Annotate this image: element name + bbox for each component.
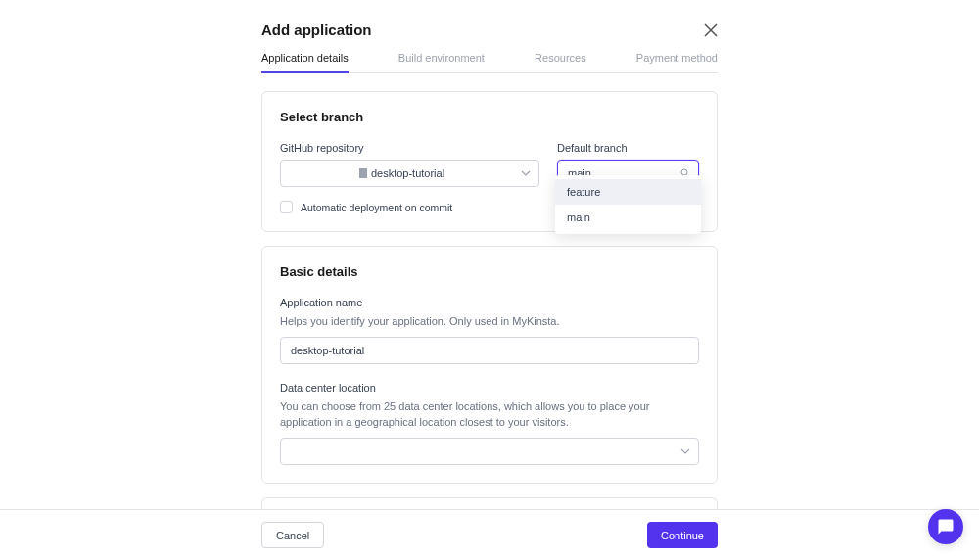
github-repo-value: desktop-tutorial: [371, 167, 444, 179]
github-repo-label: GitHub repository: [280, 142, 539, 154]
tab-build-environment[interactable]: Build environment: [398, 52, 485, 72]
datacenter-select[interactable]: [280, 438, 699, 465]
select-branch-title: Select branch: [280, 110, 699, 124]
chat-icon: [937, 518, 955, 536]
branch-option-main[interactable]: main: [555, 205, 701, 230]
close-icon[interactable]: [704, 23, 718, 37]
repo-icon: [359, 168, 367, 178]
datacenter-label: Data center location: [280, 382, 699, 394]
tabs: Application details Build environment Re…: [261, 52, 718, 73]
app-name-help: Helps you identify your application. Onl…: [280, 314, 699, 329]
tab-application-details[interactable]: Application details: [261, 52, 349, 73]
github-repo-select[interactable]: desktop-tutorial: [280, 160, 539, 187]
chevron-down-icon: [680, 446, 690, 456]
app-name-label: Application name: [280, 297, 699, 308]
chat-widget-button[interactable]: [928, 509, 963, 544]
auto-deploy-checkbox[interactable]: [280, 201, 293, 213]
tab-resources[interactable]: Resources: [535, 52, 586, 72]
footer: Cancel Continue: [0, 509, 979, 560]
chevron-down-icon: [521, 168, 531, 178]
continue-button[interactable]: Continue: [647, 522, 718, 548]
default-branch-label: Default branch: [557, 142, 699, 154]
branch-dropdown: feature main: [555, 175, 701, 234]
basic-details-card: Basic details Application name Helps you…: [261, 246, 718, 484]
select-branch-card: Select branch GitHub repository desktop-…: [261, 91, 718, 232]
app-name-input[interactable]: [280, 337, 699, 364]
next-card-peek: [261, 497, 718, 509]
tab-payment-method[interactable]: Payment method: [636, 52, 718, 72]
page-title: Add application: [261, 22, 372, 38]
datacenter-help: You can choose from 25 data center locat…: [280, 399, 699, 430]
auto-deploy-label: Automatic deployment on commit: [301, 202, 452, 213]
basic-details-title: Basic details: [280, 264, 699, 279]
branch-option-feature[interactable]: feature: [555, 179, 701, 205]
cancel-button[interactable]: Cancel: [261, 522, 324, 548]
